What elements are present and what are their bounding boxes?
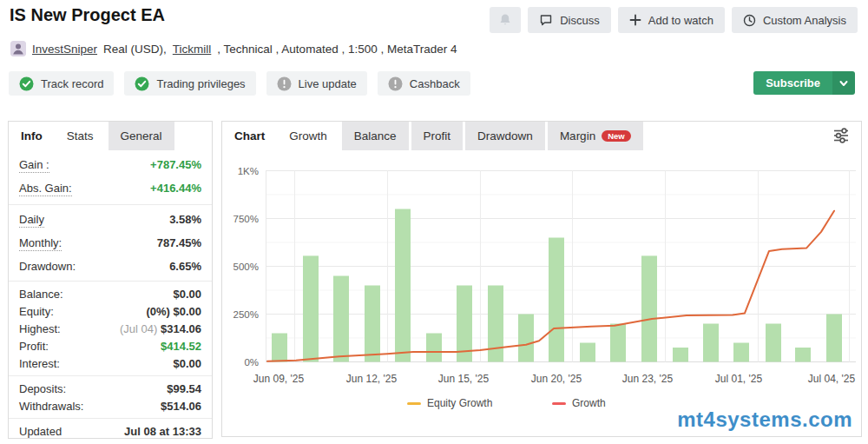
- legend-swatch: [552, 402, 566, 405]
- growth-bar: [426, 334, 442, 362]
- growth-bar: [549, 238, 564, 362]
- tab-stats[interactable]: Stats: [55, 122, 106, 150]
- bell-icon: [498, 13, 512, 27]
- stat-row-daily: Daily3.58%: [9, 209, 212, 232]
- tab-drawdown[interactable]: Drawdown: [465, 122, 545, 150]
- growth-bar: [303, 255, 319, 361]
- discuss-button[interactable]: Discuss: [528, 7, 611, 33]
- legend-label: Growth: [572, 397, 606, 409]
- growth-bar: [766, 324, 781, 362]
- tab-label: Balance: [354, 129, 397, 142]
- stats-panel: InfoStatsGeneral Gain :+787.45%Abs. Gain…: [8, 121, 213, 439]
- tab-info[interactable]: Info: [9, 122, 55, 150]
- stat-value: 787.45%: [157, 236, 201, 249]
- exclamation-icon: [388, 76, 403, 91]
- tab-label: Drawdown: [477, 129, 533, 142]
- stats-group: Balance:$0.00Equity:(0%) $0.00Highest:(J…: [9, 281, 212, 375]
- sliders-icon: [832, 127, 851, 144]
- custom-analysis-button[interactable]: Custom Analysis: [732, 7, 858, 33]
- growth-bar: [826, 315, 842, 362]
- chart-tabbar: ChartGrowthBalanceProfitDrawdownMarginNe…: [222, 122, 861, 150]
- stat-row-interest: Interest:$0.00: [9, 355, 212, 372]
- tab-balance[interactable]: Balance: [342, 122, 409, 150]
- stat-row-drawdown: Drawdown:6.65%: [9, 255, 212, 277]
- growth-bar: [333, 276, 349, 362]
- tab-label: General: [121, 129, 162, 142]
- growth-chart[interactable]: 0%250%500%750%1K% Jun 09, '25Jun 12, '25…: [222, 150, 861, 436]
- watermark: mt4systems.com: [677, 408, 852, 432]
- stat-value: $99.54: [167, 382, 201, 395]
- new-badge: New: [602, 130, 631, 142]
- stats-group: Gain :+787.45%Abs. Gain:+416.44%: [9, 150, 212, 204]
- growth-bar: [641, 255, 657, 361]
- stats-tabbar: InfoStatsGeneral: [9, 122, 212, 150]
- stat-row-monthly: Monthly:787.45%: [9, 232, 212, 255]
- exclamation-icon: [277, 76, 292, 91]
- x-axis-label: Jun 23, '25: [613, 373, 682, 385]
- stat-label: Interest:: [19, 357, 60, 370]
- legend-swatch: [407, 402, 421, 405]
- badge-label: Cashback: [410, 77, 460, 90]
- stat-row-balance: Balance:$0.00: [9, 285, 212, 302]
- broker-link[interactable]: Tickmill: [173, 43, 212, 56]
- x-axis-label: Jul 01, '25: [704, 373, 773, 385]
- stat-value: Jul 08 at 13:33: [124, 425, 201, 438]
- stat-value: +787.45%: [150, 158, 201, 171]
- y-axis-label: 500%: [224, 261, 259, 273]
- stat-row-tracking: Tracking16: [9, 440, 212, 444]
- subscribe-dropdown-button[interactable]: [832, 71, 855, 95]
- stat-label: Daily: [19, 213, 44, 228]
- stats-group: UpdatedJul 08 at 13:33Tracking16: [9, 418, 212, 444]
- chart-settings-button[interactable]: [832, 127, 851, 148]
- legend-label: Equity Growth: [427, 397, 492, 409]
- stat-value: $0.00: [173, 288, 201, 301]
- tab-chart[interactable]: Chart: [222, 122, 277, 150]
- growth-chart-svg[interactable]: [266, 170, 857, 363]
- stat-row-withdrawals: Withdrawals:$514.06: [9, 397, 212, 414]
- subscribe-split-button[interactable]: Subscribe: [753, 71, 855, 95]
- tab-profit[interactable]: Profit: [411, 122, 464, 150]
- account-details-after: , Technical , Automated , 1:500 , MetaTr…: [217, 43, 457, 56]
- account-row: InvestSniper Real (USD), Tickmill , Tech…: [10, 41, 457, 56]
- y-axis-label: 750%: [224, 213, 259, 225]
- stat-value: 6.65%: [169, 260, 201, 273]
- badge-label: Track record: [41, 77, 103, 90]
- check-icon: [135, 76, 149, 91]
- avatar: [10, 41, 26, 56]
- notifications-button[interactable]: [490, 7, 521, 33]
- badge-live-update: Live update: [266, 71, 367, 96]
- plus-icon: [629, 14, 641, 26]
- page-title: IS New Progect EA: [10, 5, 165, 25]
- add-to-watch-label: Add to watch: [648, 14, 713, 27]
- chevron-down-icon: [838, 78, 849, 89]
- tab-growth[interactable]: Growth: [277, 122, 339, 150]
- x-axis-label: Jun 15, '25: [429, 373, 498, 385]
- stat-value: (Jul 04) $314.06: [120, 322, 201, 335]
- discuss-label: Discuss: [560, 14, 600, 27]
- growth-bar: [272, 334, 287, 362]
- x-axis-label: Jun 20, '25: [522, 373, 591, 385]
- stat-label: Deposits:: [19, 382, 66, 395]
- stat-value: (0%) $0.00: [146, 305, 201, 318]
- stat-label: Equity:: [19, 305, 54, 318]
- legend-item-growth[interactable]: Growth: [552, 397, 606, 409]
- stat-row-updated: UpdatedJul 08 at 13:33: [9, 422, 212, 440]
- growth-bar: [610, 324, 626, 362]
- tab-label: Growth: [289, 129, 327, 142]
- add-to-watch-button[interactable]: Add to watch: [618, 7, 725, 33]
- tab-general[interactable]: General: [108, 122, 174, 150]
- stat-row-profit: Profit:$414.52: [9, 337, 212, 355]
- clock-icon: [743, 14, 756, 27]
- account-user-link[interactable]: InvestSniper: [32, 43, 97, 56]
- stats-group: Deposits:$99.54Withdrawals:$514.06: [9, 375, 212, 418]
- stat-value-muted-prefix: (Jul 04): [120, 322, 161, 335]
- stat-row-equity: Equity:(0%) $0.00: [9, 302, 212, 320]
- x-axis-label: Jun 09, '25: [244, 373, 313, 385]
- stat-value: $0.00: [173, 357, 201, 370]
- growth-bar: [518, 315, 534, 362]
- legend-item-equity-growth[interactable]: Equity Growth: [407, 397, 492, 409]
- growth-bar: [703, 324, 719, 362]
- tab-margin[interactable]: MarginNew: [548, 122, 643, 150]
- subscribe-button[interactable]: Subscribe: [753, 71, 832, 95]
- badge-label: Trading privileges: [156, 77, 245, 90]
